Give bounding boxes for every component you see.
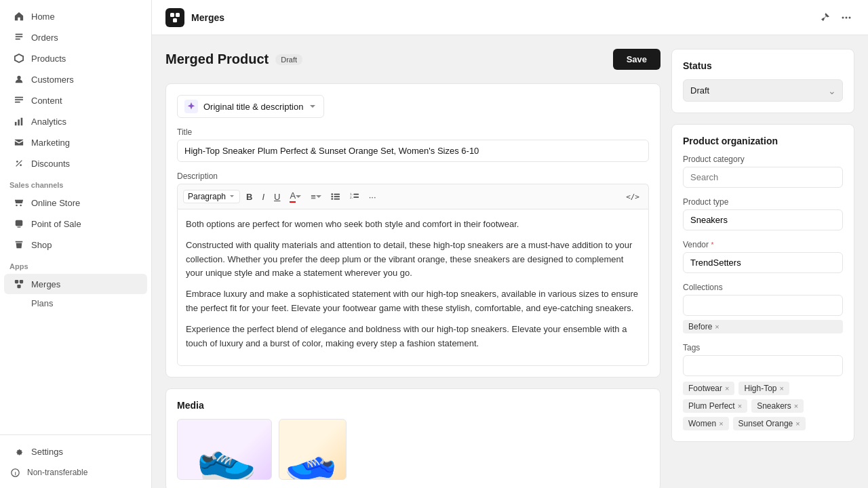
sidebar-item-content-label: Content bbox=[31, 96, 62, 106]
ordered-list-button[interactable]: 1.2. bbox=[347, 190, 363, 203]
sidebar-item-merges[interactable]: Merges bbox=[4, 274, 147, 294]
dropdown-label: Original title & description bbox=[203, 102, 303, 112]
unordered-list-button[interactable] bbox=[328, 190, 344, 203]
svg-rect-2 bbox=[16, 39, 20, 40]
topbar-actions bbox=[816, 9, 854, 26]
more-toolbar-button[interactable]: ··· bbox=[366, 190, 380, 204]
svg-point-11 bbox=[20, 164, 22, 166]
status-select[interactable]: Draft Active bbox=[683, 79, 843, 102]
sidebar-item-orders[interactable]: Orders bbox=[4, 27, 147, 47]
product-category-input[interactable] bbox=[683, 167, 843, 188]
text-color-button[interactable]: A bbox=[286, 188, 304, 205]
sidebar-item-settings[interactable]: Settings bbox=[4, 441, 147, 462]
sidebar-item-online-store[interactable]: Online Store bbox=[4, 192, 147, 213]
sidebar-item-marketing-label: Marketing bbox=[31, 138, 70, 148]
svg-point-3 bbox=[17, 76, 20, 79]
main-area: Merges Merged Product Draft Save bbox=[152, 0, 868, 488]
sidebar-sub-item-plans[interactable]: Plans bbox=[4, 295, 147, 312]
product-type-field: Product type bbox=[683, 197, 843, 230]
description-p3: Embrace luxury and make a sophisticated … bbox=[186, 287, 640, 316]
vendor-input[interactable] bbox=[683, 252, 843, 273]
underline-button[interactable]: U bbox=[271, 190, 283, 204]
tag-high-top-remove[interactable]: × bbox=[780, 385, 784, 392]
sidebar-item-discounts[interactable]: Discounts bbox=[4, 153, 147, 174]
sidebar-item-online-store-label: Online Store bbox=[31, 198, 80, 208]
editor-content[interactable]: Both options are perfect for women who s… bbox=[177, 209, 649, 366]
editor-dropdown-bar: Original title & description bbox=[177, 95, 649, 118]
svg-point-10 bbox=[16, 161, 18, 163]
page-title: Merged Product bbox=[165, 52, 269, 67]
product-category-field: Product category bbox=[683, 155, 843, 188]
media-title: Media bbox=[177, 400, 649, 411]
collection-tag-before: Before × bbox=[683, 320, 843, 333]
sidebar-item-analytics[interactable]: Analytics bbox=[4, 111, 147, 131]
category-label: Product category bbox=[683, 155, 843, 164]
sidebar-item-customers[interactable]: Customers bbox=[4, 69, 147, 89]
sidebar-item-settings-label: Settings bbox=[31, 447, 63, 457]
collections-input[interactable] bbox=[683, 295, 843, 316]
non-transferable-label: Non-transferable bbox=[27, 468, 87, 477]
merges-icon bbox=[14, 279, 24, 289]
sidebar-item-marketing[interactable]: Marketing bbox=[4, 132, 147, 152]
svg-rect-31 bbox=[334, 199, 340, 200]
sidebar-item-pos[interactable]: Point of Sale bbox=[4, 214, 147, 234]
tag-footwear-remove[interactable]: × bbox=[725, 385, 729, 392]
svg-rect-9 bbox=[21, 118, 23, 125]
sidebar-item-analytics-label: Analytics bbox=[31, 117, 66, 127]
svg-rect-15 bbox=[15, 280, 18, 283]
sidebar-item-products[interactable]: Products bbox=[4, 48, 147, 68]
tag-footwear: Footwear × bbox=[683, 382, 734, 395]
align-button[interactable]: ≡ bbox=[307, 190, 325, 204]
product-org-title: Product organization bbox=[683, 136, 843, 146]
tag-women: Women × bbox=[683, 417, 729, 430]
source-dropdown[interactable]: Original title & description bbox=[177, 95, 324, 118]
tags-input[interactable] bbox=[683, 355, 843, 376]
description-p2: Constructed with quality materials and a… bbox=[186, 239, 640, 281]
pin-button[interactable] bbox=[816, 9, 833, 26]
paragraph-select[interactable]: Paragraph bbox=[183, 190, 240, 203]
tag-women-remove[interactable]: × bbox=[719, 420, 723, 428]
collections-field: Collections Before × bbox=[683, 283, 843, 333]
description-p1: Both options are perfect for women who s… bbox=[186, 218, 640, 232]
content-icon bbox=[14, 95, 24, 106]
apps-label: Apps bbox=[9, 262, 28, 270]
media-image-1[interactable]: 👟 bbox=[177, 419, 272, 480]
more-options-button[interactable] bbox=[838, 9, 854, 26]
svg-rect-16 bbox=[20, 280, 23, 283]
italic-button[interactable]: I bbox=[258, 190, 268, 204]
sidebar-item-home[interactable]: Home bbox=[4, 6, 147, 26]
collection-tag-before-remove[interactable]: × bbox=[715, 323, 719, 331]
vendor-label: Vendor * bbox=[683, 240, 843, 249]
save-button[interactable]: Save bbox=[613, 49, 660, 70]
source-code-button[interactable]: </> bbox=[623, 190, 643, 203]
media-image-2[interactable]: 👟 bbox=[279, 419, 347, 480]
product-type-input[interactable] bbox=[683, 209, 843, 230]
sidebar-item-merges-label: Merges bbox=[31, 279, 60, 289]
media-card: Media 👟 👟 bbox=[165, 388, 660, 488]
svg-rect-4 bbox=[15, 97, 23, 98]
vendor-required: * bbox=[711, 241, 713, 249]
tag-sunset-orange-remove[interactable]: × bbox=[795, 420, 800, 428]
svg-rect-29 bbox=[334, 196, 340, 197]
sales-channels-section: Sales channels bbox=[0, 174, 151, 192]
sidebar-item-shop[interactable]: Shop bbox=[4, 235, 147, 255]
svg-point-30 bbox=[331, 198, 333, 200]
svg-rect-7 bbox=[15, 122, 17, 125]
tag-sneakers-remove[interactable]: × bbox=[794, 403, 798, 410]
bold-button[interactable]: B bbox=[243, 190, 256, 204]
sidebar-item-non-transferable[interactable]: i Non-transferable bbox=[0, 462, 151, 483]
customers-icon bbox=[14, 74, 24, 85]
collections-label: Collections bbox=[683, 283, 843, 292]
product-title-input[interactable] bbox=[177, 140, 649, 162]
shop-icon bbox=[14, 239, 24, 250]
sidebar-item-home-label: Home bbox=[31, 12, 55, 22]
sidebar-sub-item-plans-label: Plans bbox=[31, 298, 54, 308]
app-icon bbox=[165, 8, 184, 27]
tag-sneakers: Sneakers × bbox=[751, 399, 804, 413]
analytics-icon bbox=[14, 116, 24, 127]
content-area: Merged Product Draft Save Original title… bbox=[152, 35, 868, 488]
svg-point-25 bbox=[849, 16, 851, 18]
tag-sunset-orange: Sunset Orange × bbox=[733, 417, 806, 430]
sidebar-item-content[interactable]: Content bbox=[4, 90, 147, 110]
tag-plum-perfect-remove[interactable]: × bbox=[738, 403, 742, 410]
